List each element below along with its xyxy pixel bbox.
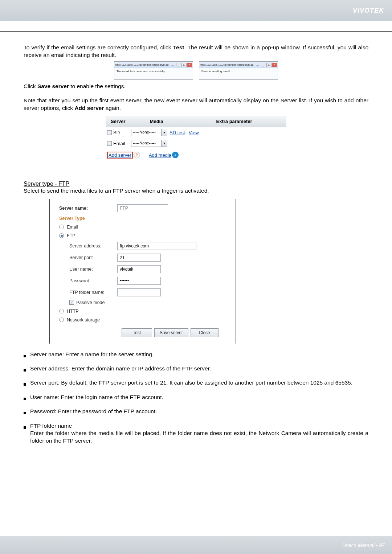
save-server-button[interactable]: Save server [154,328,188,337]
popup-success-body: The email has been sent successfully. [114,68,193,79]
bullet-icon [24,383,26,386]
user-input[interactable] [117,265,161,273]
sd-test-link[interactable]: SD test [170,130,185,135]
verify-email-paragraph: To verify if the email settings are corr… [24,44,368,59]
server-list-panel: Server Media Extra parameter SD -----Non… [105,116,287,160]
folder-label: FTP folder name: [59,290,117,295]
opt-http-label: HTTP [67,309,79,314]
server-name-input[interactable] [117,204,168,212]
user-label: User name: [59,267,117,272]
bullet-server-port: Server port: By default, the FTP server … [30,379,368,387]
bullet-server-name: Server name: Enter a name for the server… [30,351,368,359]
popup-error-body: Error in sending email. [199,68,278,79]
radio-ftp[interactable] [59,233,64,238]
bullet-icon [24,398,26,400]
footer-text: User's Manual - 97 [342,542,385,548]
opt-email-label: Email [67,225,78,230]
col-server: Server [106,119,131,124]
port-label: Server port: [59,255,117,260]
close-button[interactable]: Close [191,328,219,337]
bullet-icon [24,355,26,357]
email-media-select[interactable]: -----None----- ▼ [131,140,167,147]
note-paragraph: Note that after you set up the first eve… [24,97,368,112]
ftp-section-desc: Select to send the media files to an FTP… [24,187,368,195]
chevron-down-icon: ▼ [161,140,167,147]
email-checkbox[interactable] [107,141,112,146]
maximize-icon[interactable]: □ [181,63,187,67]
click-save-paragraph: Click Save server to enable the settings… [24,83,368,90]
opt-ns-label: Network storage [67,317,100,323]
pass-label: Password: [59,278,117,283]
bullet-ftp-folder: FTP folder nameEnter the folder where th… [30,422,368,444]
passive-checkbox[interactable]: ✓ [69,300,74,305]
minimize-icon[interactable]: _ [261,63,266,67]
brand-logo: VIVOTEK [353,7,384,14]
close-icon[interactable]: ✕ [187,63,192,67]
sd-checkbox[interactable] [107,130,112,135]
bullet-icon [24,369,26,372]
page-footer: User's Manual - 97 [0,536,392,554]
test-button[interactable]: Test [122,328,152,337]
port-input[interactable] [117,254,161,262]
plus-icon[interactable]: + [172,152,179,158]
opt-ftp-label: FTP [67,233,75,238]
add-server-link[interactable]: Add server [107,152,133,159]
sd-media-select[interactable]: -----None----- ▼ [131,129,167,136]
popup-success: http://192.168.5.121/cgi-bin/admin/tests… [114,61,193,80]
folder-input[interactable] [117,288,161,296]
popup-error-title: http://192.168.5.121/cgi-bin/admin/tests… [200,63,261,66]
ftp-field-descriptions: Server name: Enter a name for the server… [24,351,368,445]
server-name-label: Server name: [59,206,117,211]
sd-label: SD [113,130,120,135]
col-extra: Extra parameter [182,119,286,124]
ftp-section-title: Server type - FTP [24,181,368,187]
radio-http[interactable] [59,309,64,313]
header-bar: VIVOTEK [0,0,392,21]
radio-email[interactable] [59,225,64,229]
sd-view-link[interactable]: View [189,130,199,135]
bullet-server-address: Server address: Enter the domain name or… [30,365,368,373]
maximize-icon[interactable]: □ [266,63,271,67]
col-media: Media [131,119,182,124]
test-result-popups: http://192.168.5.121/cgi-bin/admin/tests… [24,61,368,80]
row-sd: SD -----None----- ▼ SD test View [106,127,286,138]
chevron-down-icon: ▼ [161,129,167,136]
pass-input[interactable] [117,277,161,285]
add-media-link[interactable]: Add media [149,152,171,158]
addr-input[interactable] [117,242,196,250]
bullet-password: Password: Enter the password of the FTP … [30,408,368,416]
popup-error: http://192.168.5.121/cgi-bin/admin/tests… [199,61,278,80]
bullet-icon [24,426,26,429]
email-label: Email [113,141,125,146]
radio-ns[interactable] [59,317,64,322]
ftp-panel: Server name: Server Type Email FTP Serve… [49,199,236,344]
help-icon[interactable]: ? [134,152,140,158]
popup-success-title: http://192.168.5.121/cgi-bin/admin/tests… [115,63,176,66]
bullet-icon [24,412,26,414]
close-icon[interactable]: ✕ [272,63,277,67]
row-email: Email -----None----- ▼ [106,138,286,149]
minimize-icon[interactable]: _ [176,63,181,67]
bullet-user-name: User name: Enter the login name of the F… [30,394,368,402]
addr-label: Server address: [59,243,117,249]
passive-label: Passive mode [76,300,105,305]
server-type-heading: Server Type [59,216,228,221]
